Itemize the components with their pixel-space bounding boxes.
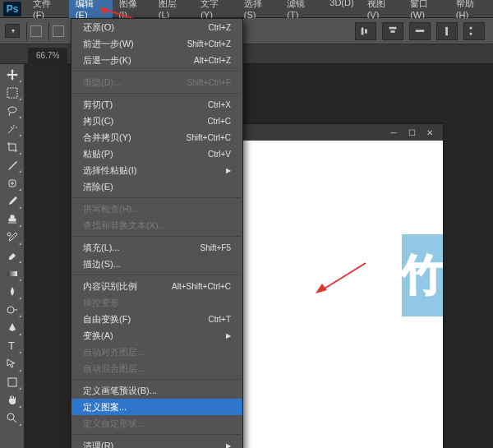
- menu-item[interactable]: 填充(L)...Shift+F5: [71, 239, 242, 256]
- svg-rect-4: [416, 30, 425, 32]
- submenu-arrow-icon: ▶: [226, 332, 231, 339]
- menu-item: 操控变形: [71, 294, 242, 311]
- marquee-tool[interactable]: [2, 85, 22, 101]
- menu-item[interactable]: 变换(A)▶: [71, 327, 242, 344]
- svg-rect-1: [365, 29, 367, 33]
- svg-point-15: [7, 413, 14, 420]
- menu-item-label: 粘贴(P): [83, 148, 208, 160]
- menu-item-shortcut: Shift+Ctrl+F: [187, 78, 231, 87]
- menu-separator: [73, 434, 241, 435]
- svg-rect-11: [7, 271, 17, 276]
- menu-item[interactable]: 粘贴(P)Ctrl+V: [71, 145, 242, 162]
- menu-item-label: 定义图案...: [83, 401, 231, 413]
- menu-item-shortcut: Ctrl+X: [208, 100, 231, 109]
- menu-item: 查找和替换文本(X)...: [71, 217, 242, 233]
- menu-separator: [73, 379, 241, 380]
- menu-item: 自动对齐图层...: [71, 344, 242, 360]
- blur-tool[interactable]: [2, 284, 22, 300]
- document-tab[interactable]: 66.7%: [28, 48, 67, 63]
- menu-item-label: 查找和替换文本(X)...: [83, 219, 231, 232]
- menu-item-label: 填充(L)...: [83, 242, 200, 254]
- menu-separator: [73, 93, 241, 94]
- svg-rect-7: [470, 32, 472, 35]
- menu-item[interactable]: 选择性粘贴(I)▶: [71, 162, 242, 178]
- close-icon[interactable]: ✕: [422, 127, 438, 138]
- menu-item-label: 合并拷贝(Y): [83, 132, 187, 144]
- svg-rect-2: [389, 26, 397, 29]
- zoom-tool[interactable]: [2, 410, 22, 427]
- menu-item[interactable]: 剪切(T)Ctrl+X: [71, 96, 242, 113]
- align-btn-4[interactable]: [436, 22, 458, 40]
- watermark-area: 竹: [402, 234, 443, 316]
- menu-separator: [73, 71, 241, 72]
- pen-tool[interactable]: [2, 320, 22, 336]
- menu-item: 自动混合图层...: [71, 360, 242, 376]
- svg-point-10: [7, 233, 11, 236]
- menu-item-label: 操控变形: [83, 297, 231, 309]
- menu-item-shortcut: Shift+Ctrl+C: [187, 133, 231, 142]
- menu-item[interactable]: 自由变换(F)Ctrl+T: [71, 311, 242, 327]
- path-tool[interactable]: [2, 356, 22, 372]
- edit-menu-dropdown: 还原(O)Ctrl+Z前进一步(W)Shift+Ctrl+Z后退一步(K)Alt…: [71, 18, 243, 448]
- app-logo: Ps: [3, 2, 21, 16]
- menu-item-shortcut: Ctrl+T: [209, 315, 232, 324]
- menu-item-shortcut: Ctrl+Z: [209, 23, 232, 32]
- menu-item[interactable]: 定义画笔预设(B)...: [71, 382, 242, 399]
- svg-rect-8: [7, 88, 17, 98]
- menu-item[interactable]: 内容识别比例Alt+Shift+Ctrl+C: [71, 278, 242, 294]
- menu-item-label: 选择性粘贴(I): [83, 164, 223, 177]
- svg-rect-6: [470, 26, 472, 29]
- menu-item[interactable]: 后退一步(K)Alt+Ctrl+Z: [71, 52, 242, 68]
- history-brush-tool[interactable]: [2, 229, 22, 246]
- menu-item-label: 内容识别比例: [83, 280, 172, 293]
- align-btn-5[interactable]: [463, 22, 485, 40]
- menu-item-label: 清除(E): [83, 181, 231, 193]
- svg-point-12: [7, 307, 14, 313]
- menu-item-shortcut: Ctrl+C: [207, 117, 231, 126]
- move-tool-indicator[interactable]: ▾: [5, 24, 20, 38]
- shape-tool[interactable]: [2, 374, 22, 390]
- menu-item-label: 自动混合图层...: [83, 363, 231, 375]
- type-tool[interactable]: T: [2, 338, 22, 354]
- svg-rect-5: [445, 26, 448, 35]
- menu-item-label: 前进一步(W): [83, 38, 187, 50]
- transform-controls-checkbox[interactable]: [53, 25, 64, 37]
- menu-item-shortcut: Alt+Ctrl+Z: [194, 56, 231, 65]
- stamp-tool[interactable]: [2, 211, 22, 228]
- menu-item[interactable]: 拷贝(C)Ctrl+C: [71, 113, 242, 129]
- minimize-icon[interactable]: ─: [385, 127, 402, 138]
- align-btn-2[interactable]: [382, 22, 403, 40]
- menu-item[interactable]: 描边(S)...: [71, 256, 242, 272]
- menu-item[interactable]: 清除(E): [71, 178, 242, 195]
- maximize-icon[interactable]: ☐: [403, 127, 420, 138]
- eraser-tool[interactable]: [2, 247, 22, 264]
- menu-item-label: 清理(R): [83, 440, 223, 449]
- menu-item[interactable]: 定义图案...: [71, 399, 242, 415]
- crop-tool[interactable]: [2, 139, 22, 155]
- menu-item-label: 定义自定形状...: [83, 418, 231, 430]
- menu-item[interactable]: 合并拷贝(Y)Shift+Ctrl+C: [71, 129, 242, 145]
- brush-tool[interactable]: [2, 193, 22, 210]
- menu-separator: [73, 275, 241, 275]
- auto-select-checkbox[interactable]: [30, 25, 42, 37]
- heal-tool[interactable]: [2, 175, 22, 192]
- hand-tool[interactable]: [2, 392, 22, 409]
- submenu-arrow-icon: ▶: [226, 442, 231, 449]
- align-btn-3[interactable]: [409, 22, 431, 40]
- wand-tool[interactable]: [2, 121, 22, 137]
- dodge-tool[interactable]: [2, 302, 22, 318]
- menu-separator: [73, 236, 241, 237]
- menu-item-shortcut: Shift+F5: [200, 243, 231, 252]
- menu-item[interactable]: 清理(R)▶: [71, 437, 242, 448]
- menu-item-shortcut: Shift+Ctrl+Z: [187, 39, 231, 48]
- eyedropper-tool[interactable]: [2, 157, 22, 173]
- submenu-arrow-icon: ▶: [226, 167, 231, 174]
- align-btn-1[interactable]: [355, 22, 376, 40]
- gradient-tool[interactable]: [2, 266, 22, 282]
- menu-item[interactable]: 还原(O)Ctrl+Z: [71, 19, 242, 35]
- menu-item[interactable]: 前进一步(W)Shift+Ctrl+Z: [71, 35, 242, 52]
- move-tool[interactable]: [2, 67, 22, 83]
- svg-rect-3: [390, 30, 394, 33]
- menubar: Ps 文件(F)编辑(E)图像(I)图层(L)文字(Y)选择(S)滤镜(T)3D…: [0, 0, 493, 18]
- lasso-tool[interactable]: [2, 103, 22, 119]
